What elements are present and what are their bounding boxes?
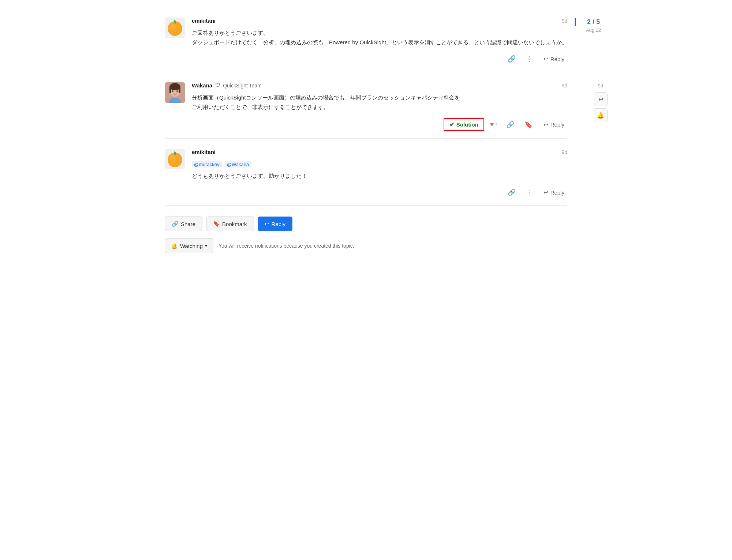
- solution-check-icon: ✔: [449, 121, 454, 128]
- page-info: 2 / 5: [575, 18, 608, 26]
- svg-point-3: [168, 21, 182, 36]
- reply-label-bottom: Reply: [272, 221, 285, 227]
- reply-arrow-3: ↩: [544, 189, 548, 196]
- author-name-3[interactable]: emikitani: [192, 149, 216, 155]
- post-2-time: 9d: [561, 83, 567, 89]
- post-3-body: emikitani 9d @murackey @Wakana どうもありがとうご…: [192, 149, 567, 198]
- watching-row: 🔔 Watching ▾ You will receive notificati…: [165, 238, 567, 253]
- reply-button-bottom[interactable]: ↩ Reply: [258, 217, 292, 231]
- post-1: emikitani 9d ご回答ありがとうございます。 ダッシュボードだけでなく…: [165, 7, 567, 72]
- post-1-author: emikitani: [192, 18, 216, 24]
- more-button-3[interactable]: ⋮: [524, 187, 535, 198]
- avatar-post1: [165, 18, 185, 38]
- post-2-actions: ✔ Solution ♥ 1 🔗 🔖 ↩ Reply: [192, 118, 567, 131]
- post-1-time: 9d: [561, 18, 567, 24]
- bottom-actions: 🔗 Share 🔖 Bookmark ↩ Reply: [165, 217, 567, 231]
- reply-label-3: Reply: [550, 189, 564, 196]
- avatar-post2: [165, 82, 185, 103]
- link-button-2[interactable]: 🔗: [504, 119, 516, 130]
- reply-arrow-1: ↩: [544, 56, 548, 62]
- author-name-2[interactable]: Wakana: [192, 82, 212, 89]
- svg-rect-8: [179, 87, 180, 93]
- reply-arrow-bottom: ↩: [265, 221, 269, 227]
- sidebar-pagination: 2 / 5 Aug 22: [575, 18, 608, 33]
- mention-wakana[interactable]: @Wakana: [225, 161, 251, 168]
- reply-label-1: Reply: [550, 56, 564, 62]
- post-3-time: 9d: [561, 149, 567, 155]
- post-1-content: ご回答ありがとうございます。 ダッシュボードだけでなく「分析」の埋め込みの際も「…: [192, 28, 567, 47]
- share-button[interactable]: 🔗 Share: [165, 217, 202, 231]
- watching-label: Watching: [180, 243, 203, 249]
- link-button-3[interactable]: 🔗: [505, 187, 518, 198]
- post-3-text: どうもありがとうございます。助かりました！: [192, 171, 567, 181]
- more-button-1[interactable]: ⋮: [524, 53, 535, 64]
- bookmark-label: Bookmark: [222, 221, 247, 227]
- post-3-mentions: @murackey @Wakana: [192, 159, 567, 169]
- post-1-line1: ご回答ありがとうございます。: [192, 28, 567, 38]
- chevron-down-icon: ▾: [205, 243, 207, 248]
- svg-point-15: [168, 153, 182, 167]
- page-date: Aug 22: [575, 27, 608, 33]
- post-3-actions: 🔗 ⋮ ↩ Reply: [192, 187, 567, 198]
- post-1-header: emikitani 9d: [192, 18, 567, 24]
- post-2-line1: 分析画面（QuickSightコンソール画面）の埋め込みの場合でも、年間プランの…: [192, 93, 567, 102]
- post-3-content: @murackey @Wakana どうもありがとうございます。助かりました！: [192, 159, 567, 180]
- sidebar-time-2: 9d: [598, 83, 603, 89]
- post-1-actions: 🔗 ⋮ ↩ Reply: [192, 53, 567, 64]
- svg-rect-7: [169, 87, 171, 93]
- post-3-author: emikitani: [192, 149, 216, 155]
- post-1-line2: ダッシュボードだけでなく「分析」の埋め込みの際も「Powered by Quic…: [192, 38, 567, 47]
- bookmark-icon-bottom: 🔖: [213, 221, 220, 227]
- watching-note: You will receive notifications because y…: [219, 243, 354, 249]
- watching-button[interactable]: 🔔 Watching ▾: [165, 238, 213, 253]
- mention-murackey[interactable]: @murackey: [192, 161, 222, 168]
- post-2: Wakana 🛡 QuickSight Team 9d 分析画面（QuickSi…: [165, 72, 567, 139]
- reply-button-1[interactable]: ↩ Reply: [541, 54, 567, 64]
- solution-label: Solution: [456, 121, 478, 128]
- post-2-author: Wakana 🛡 QuickSight Team: [192, 82, 262, 89]
- reply-button-3[interactable]: ↩ Reply: [541, 188, 567, 197]
- link-button-1[interactable]: 🔗: [505, 53, 518, 64]
- heart-count: 1: [495, 122, 498, 127]
- share-label: Share: [181, 221, 195, 227]
- author-name-1[interactable]: emikitani: [192, 18, 216, 24]
- post-3-header: emikitani 9d: [192, 149, 567, 155]
- avatar-post3: [165, 149, 185, 169]
- shield-icon-2: 🛡: [215, 83, 220, 88]
- sidebar-bell-btn[interactable]: 🔔: [594, 108, 608, 122]
- post-3: emikitani 9d @murackey @Wakana どうもありがとうご…: [165, 139, 567, 206]
- svg-point-9: [172, 90, 173, 92]
- bookmark-button-bottom[interactable]: 🔖 Bookmark: [206, 217, 254, 231]
- reply-label-2: Reply: [550, 121, 564, 128]
- bell-icon-watching: 🔔: [171, 243, 178, 249]
- reply-button-2[interactable]: ↩ Reply: [541, 120, 567, 129]
- solution-button[interactable]: ✔ Solution: [444, 118, 484, 131]
- bottom-bar: 🔗 Share 🔖 Bookmark ↩ Reply 🔔 Watching ▾ …: [165, 206, 567, 260]
- post-1-body: emikitani 9d ご回答ありがとうございます。 ダッシュボードだけでなく…: [192, 18, 567, 64]
- share-icon: 🔗: [172, 221, 179, 227]
- post-2-line2: ご利用いただくことで、非表示にすることができます。: [192, 102, 567, 112]
- post-2-content: 分析画面（QuickSightコンソール画面）の埋め込みの場合でも、年間プランの…: [192, 93, 567, 112]
- post-2-body: Wakana 🛡 QuickSight Team 9d 分析画面（QuickSi…: [192, 82, 567, 131]
- post-2-header: Wakana 🛡 QuickSight Team 9d: [192, 82, 567, 89]
- svg-point-10: [176, 90, 178, 92]
- team-badge-2: QuickSight Team: [223, 83, 262, 89]
- sidebar-actions-2: 9d ↩ 🔔: [594, 83, 608, 122]
- bookmark-button-2[interactable]: 🔖: [522, 119, 535, 130]
- sidebar-reply-btn[interactable]: ↩: [594, 92, 608, 106]
- reply-arrow-2: ↩: [544, 121, 548, 128]
- heart-button[interactable]: ♥ 1: [490, 121, 498, 128]
